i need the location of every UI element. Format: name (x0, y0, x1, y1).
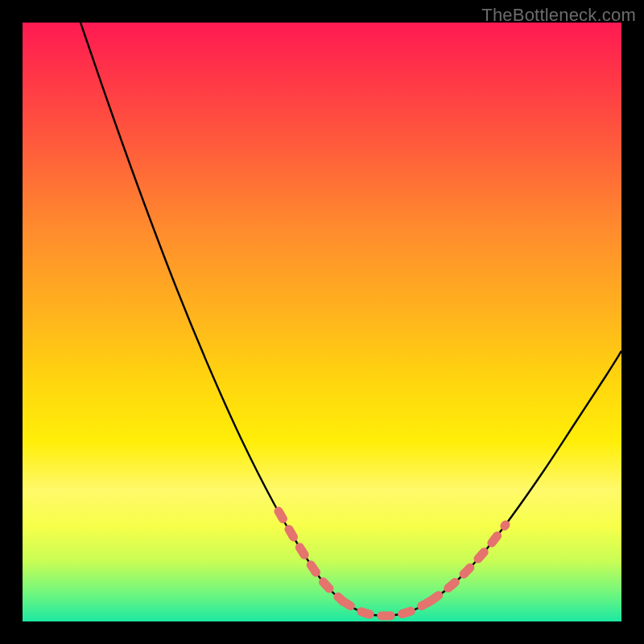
chart-frame: TheBottleneck.com (0, 0, 644, 644)
bottleneck-curve (80, 23, 621, 616)
curve-svg (23, 23, 621, 621)
highlight-band-left (279, 511, 343, 601)
highlight-band-right (431, 525, 506, 601)
watermark-text: TheBottleneck.com (481, 5, 636, 26)
highlight-band-bottom (343, 601, 431, 616)
plot-area (23, 23, 621, 621)
